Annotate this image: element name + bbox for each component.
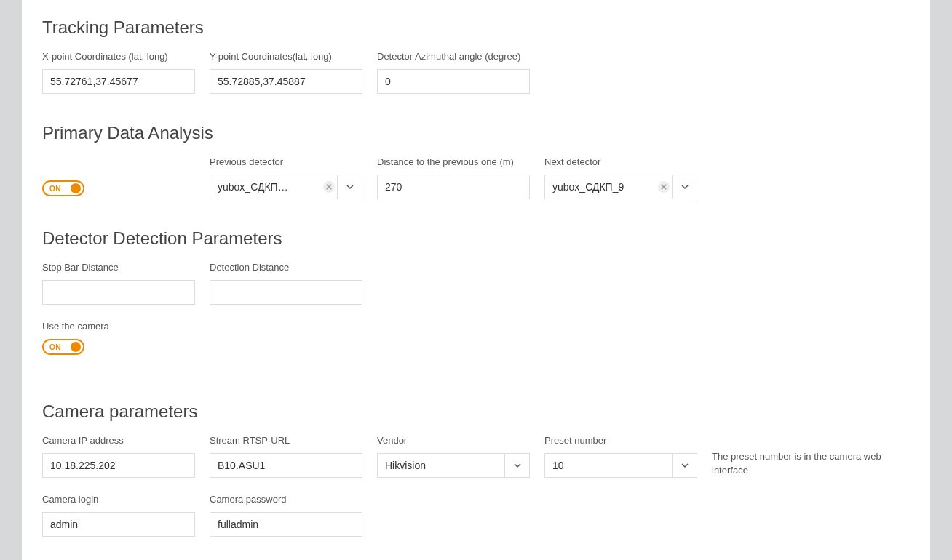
preset-value: 10 <box>545 454 672 477</box>
field-y-point: Y-point Coordinates(lat, long) <box>210 51 362 94</box>
distance-prev-label: Distance to the previous one (m) <box>377 156 530 167</box>
field-preset: Preset number 10 <box>544 435 697 478</box>
vendor-select[interactable]: Hikvision <box>377 453 530 478</box>
preset-hint: The preset number is in the camera web i… <box>712 450 910 476</box>
vendor-label: Vendor <box>377 435 530 446</box>
section-camera: Camera parameters Camera IP address Stre… <box>42 401 910 537</box>
section-detector: Detector Detection Parameters Stop Bar D… <box>42 228 910 358</box>
close-icon <box>658 181 670 193</box>
prev-detector-value: yubox_СДКП… <box>210 175 321 199</box>
detdist-label: Detection Distance <box>210 262 362 273</box>
use-camera-label: Use the camera <box>42 321 195 332</box>
next-detector-label: Next detector <box>544 156 697 167</box>
chevron-down-icon <box>681 461 689 470</box>
y-point-label: Y-point Coordinates(lat, long) <box>210 51 362 62</box>
toggle-knob-icon <box>71 342 81 352</box>
field-x-point: X-point Coordinates (lat, long) <box>42 51 195 94</box>
next-detector-select[interactable]: yubox_СДКП_9 <box>544 175 697 199</box>
field-use-camera: Use the camera ON <box>42 321 195 358</box>
camera-login-input[interactable] <box>42 512 195 537</box>
camera-ip-input[interactable] <box>42 453 195 478</box>
rtsp-label: Stream RTSP-URL <box>210 435 362 446</box>
prev-detector-open[interactable] <box>337 175 362 199</box>
stopbar-input[interactable] <box>42 280 195 305</box>
section-title-camera: Camera parameters <box>42 401 910 422</box>
field-detdist: Detection Distance <box>210 262 362 305</box>
vendor-value: Hikvision <box>378 454 504 477</box>
prev-detector-clear[interactable] <box>321 175 337 199</box>
field-next-detector: Next detector yubox_СДКП_9 <box>544 156 697 199</box>
preset-label: Preset number <box>544 435 697 446</box>
azimuth-label: Detector Azimuthal angle (degree) <box>377 51 530 62</box>
page: Tracking Parameters X-point Coordinates … <box>22 0 930 560</box>
section-title-primary: Primary Data Analysis <box>42 123 910 143</box>
preset-open[interactable] <box>672 454 697 477</box>
vendor-open[interactable] <box>504 454 529 477</box>
section-primary: Primary Data Analysis ON Previous detect… <box>42 123 910 199</box>
next-detector-open[interactable] <box>672 175 697 199</box>
field-camera-login: Camera login <box>42 494 195 537</box>
close-icon <box>323 181 335 193</box>
chevron-down-icon <box>681 183 689 191</box>
next-detector-value: yubox_СДКП_9 <box>545 175 656 199</box>
use-camera-toggle[interactable]: ON <box>42 339 84 355</box>
field-distance-prev: Distance to the previous one (m) <box>377 156 530 199</box>
camera-login-label: Camera login <box>42 494 195 505</box>
stopbar-label: Stop Bar Distance <box>42 262 195 273</box>
chevron-down-icon <box>346 183 354 191</box>
field-primary-toggle: ON <box>42 180 195 199</box>
field-prev-detector: Previous detector yubox_СДКП… <box>210 156 362 199</box>
azimuth-input[interactable] <box>377 69 530 94</box>
next-detector-clear[interactable] <box>656 175 672 199</box>
field-stopbar: Stop Bar Distance <box>42 262 195 305</box>
preset-select[interactable]: 10 <box>544 453 697 478</box>
toggle-knob-icon <box>71 183 81 193</box>
field-vendor: Vendor Hikvision <box>377 435 530 478</box>
camera-ip-label: Camera IP address <box>42 435 195 446</box>
x-point-label: X-point Coordinates (lat, long) <box>42 51 195 62</box>
field-rtsp: Stream RTSP-URL <box>210 435 362 478</box>
primary-toggle-label: ON <box>49 185 61 193</box>
detdist-input[interactable] <box>210 280 362 305</box>
rtsp-input[interactable] <box>210 453 362 478</box>
primary-toggle[interactable]: ON <box>42 180 84 196</box>
chevron-down-icon <box>513 461 522 470</box>
field-camera-ip: Camera IP address <box>42 435 195 478</box>
field-azimuth: Detector Azimuthal angle (degree) <box>377 51 530 94</box>
section-title-tracking: Tracking Parameters <box>42 17 910 38</box>
prev-detector-label: Previous detector <box>210 156 362 167</box>
section-title-detector: Detector Detection Parameters <box>42 228 910 249</box>
field-camera-pass: Camera password <box>210 494 362 537</box>
y-point-input[interactable] <box>210 69 362 94</box>
distance-prev-input[interactable] <box>377 175 530 199</box>
use-camera-toggle-label: ON <box>49 343 61 351</box>
section-tracking: Tracking Parameters X-point Coordinates … <box>42 17 910 94</box>
x-point-input[interactable] <box>42 69 195 94</box>
camera-pass-input[interactable] <box>210 512 362 537</box>
preset-hint-holder: The preset number is in the camera web i… <box>712 435 910 478</box>
camera-pass-label: Camera password <box>210 494 362 505</box>
prev-detector-select[interactable]: yubox_СДКП… <box>210 175 362 199</box>
